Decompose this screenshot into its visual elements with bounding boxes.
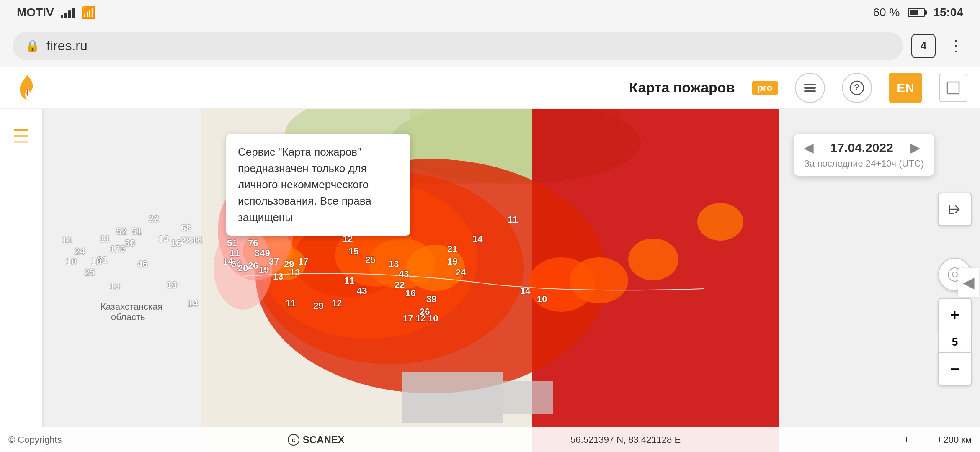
battery-percent: 60 %: [873, 6, 900, 19]
svg-point-27: [214, 226, 272, 310]
svg-point-25: [697, 203, 743, 241]
help-icon-btn[interactable]: ?: [842, 73, 872, 103]
date-subtitle: За последние 24+10ч (UTC): [804, 158, 924, 169]
language-btn[interactable]: EN: [889, 73, 922, 103]
date-next-arrow[interactable]: ▶: [910, 141, 920, 155]
date-navigation[interactable]: ◀ 17.04.2022 ▶: [804, 141, 924, 155]
address-bar-container: 🔒 fires.ru 4 ⋮: [0, 25, 980, 67]
pro-badge[interactable]: pro: [752, 81, 778, 95]
svg-point-19: [406, 245, 465, 291]
svg-rect-2: [804, 90, 816, 92]
battery-icon: [908, 8, 925, 17]
signal-bars-icon: [61, 7, 75, 18]
share-link-btn[interactable]: [938, 193, 972, 226]
layers-icon-btn[interactable]: [6, 121, 36, 151]
square-icon-btn[interactable]: [939, 74, 967, 102]
copyrights-link[interactable]: © Copyrights: [8, 434, 62, 445]
svg-rect-32: [14, 135, 28, 137]
zoom-in-btn[interactable]: +: [938, 298, 972, 331]
right-toolbar: + 5 − ◀: [938, 193, 972, 386]
svg-rect-33: [14, 141, 28, 143]
address-bar[interactable]: 🔒 fires.ru: [13, 32, 903, 60]
status-right: 60 % 15:04: [873, 6, 963, 19]
scanex-text: SCANEX: [303, 434, 345, 446]
svg-rect-30: [503, 381, 553, 414]
list-icon-btn[interactable]: [795, 73, 825, 103]
scale-line: [906, 437, 940, 442]
back-arrow-btn[interactable]: ◀: [958, 268, 979, 297]
url-text: fires.ru: [46, 38, 88, 54]
date-prev-arrow[interactable]: ◀: [804, 141, 813, 155]
bottom-bar: © Copyrights C SCANEX 56.521397 N, 83.42…: [0, 427, 980, 452]
tooltip-text: Сервис "Карта пожаров" предназначен толь…: [238, 146, 371, 223]
coordinates-text: 56.521397 N, 83.421128 E: [570, 434, 681, 445]
svg-rect-1: [804, 87, 816, 89]
svg-rect-29: [402, 372, 503, 423]
date-value: 17.04.2022: [820, 141, 904, 155]
lock-icon: 🔒: [25, 39, 40, 53]
svg-text:C: C: [292, 438, 295, 443]
svg-point-23: [570, 257, 628, 303]
tab-badge[interactable]: 4: [911, 34, 936, 58]
zoom-out-btn[interactable]: −: [938, 352, 972, 386]
clock: 15:04: [933, 6, 963, 19]
status-left: MOTIV 📶: [17, 6, 96, 20]
scale-bar: 200 км: [906, 434, 972, 445]
svg-rect-31: [14, 129, 28, 131]
date-panel[interactable]: ◀ 17.04.2022 ▶ За последние 24+10ч (UTC): [794, 134, 934, 176]
carrier-label: MOTIV: [17, 6, 54, 19]
info-tooltip: Сервис "Карта пожаров" предназначен толь…: [226, 134, 410, 236]
scanex-logo: C SCANEX: [288, 434, 345, 446]
svg-point-24: [628, 239, 678, 280]
svg-rect-5: [947, 82, 959, 94]
wifi-icon: 📶: [81, 6, 96, 20]
svg-rect-0: [804, 84, 816, 85]
left-sidebar: [0, 109, 42, 452]
app-title: Карта пожаров: [629, 80, 735, 96]
status-bar: MOTIV 📶 60 % 15:04: [0, 0, 980, 25]
zoom-controls: + 5 −: [938, 298, 972, 386]
menu-dots-icon[interactable]: ⋮: [944, 37, 967, 55]
app-header: Карта пожаров pro ? EN: [0, 67, 980, 109]
zoom-level: 5: [938, 331, 972, 352]
svg-point-35: [952, 272, 957, 277]
flame-logo[interactable]: [13, 73, 42, 103]
svg-text:?: ?: [854, 82, 859, 92]
map-area[interactable]: Сервис "Карта пожаров" предназначен толь…: [0, 109, 980, 452]
app-container: Карта пожаров pro ? EN: [0, 67, 980, 452]
scale-text: 200 км: [943, 434, 972, 445]
